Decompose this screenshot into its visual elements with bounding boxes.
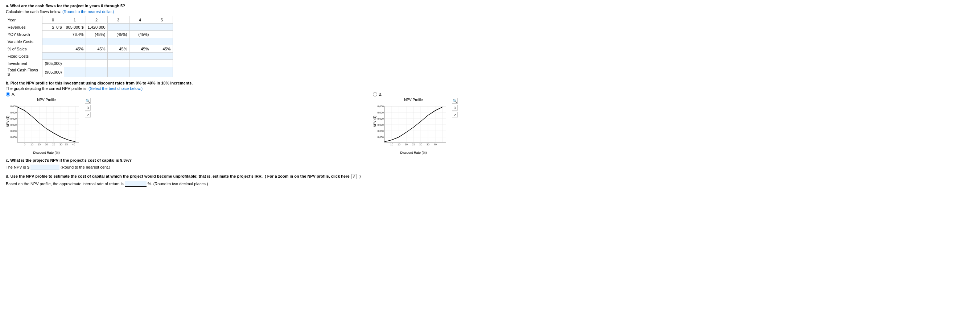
yoy-y2: (45%)	[86, 31, 107, 38]
revenues-y3-input[interactable]	[110, 25, 127, 30]
radio-option-b[interactable]	[373, 92, 377, 96]
row-label-pct-sales: % of Sales	[6, 45, 42, 53]
investment-y3	[107, 60, 129, 67]
svg-text:-100,000: -100,000	[10, 130, 17, 132]
var-costs-y2-input[interactable]	[88, 39, 105, 44]
svg-text:40: 40	[434, 143, 437, 146]
svg-text:-100,000: -100,000	[377, 130, 384, 132]
svg-text:20: 20	[45, 143, 48, 146]
row-label-yoy: YOY Growth	[6, 31, 42, 38]
svg-text:100,000: 100,000	[377, 124, 384, 126]
chart-option-b: B. NPV ($) NPV Profile	[373, 92, 450, 154]
chart-b-wrap: NPV ($) NPV Profile	[373, 98, 450, 154]
chart-b-icons: 🔍 ⊖ ⤢	[452, 98, 458, 118]
radio-option-a[interactable]	[6, 92, 10, 96]
d-link-paren-open: (	[264, 174, 266, 178]
total-y1-input[interactable]	[66, 70, 84, 75]
option-a-text[interactable]: A.	[12, 92, 15, 96]
yoy-y1: 76.4%	[64, 31, 86, 38]
fixed-costs-y4-input[interactable]	[131, 54, 149, 59]
col-3: 3	[107, 16, 129, 24]
total-y5-input[interactable]	[153, 70, 171, 75]
d-link-paren-close: )	[358, 174, 361, 178]
var-costs-y0-input[interactable]	[44, 39, 62, 44]
var-costs-y1-input[interactable]	[66, 39, 84, 44]
c-round-note: (Round to the nearest cent.)	[60, 165, 110, 169]
b-instruction-text: The graph depicting the correct NPV prof…	[6, 86, 88, 91]
total-y4-input[interactable]	[131, 70, 149, 75]
fixed-costs-y0-input[interactable]	[44, 54, 62, 59]
var-costs-y4-input[interactable]	[131, 39, 149, 44]
question-d-label: d. Use the NPV profile to estimate the c…	[6, 174, 974, 179]
svg-text:300,000: 300,000	[10, 118, 17, 120]
svg-text:30: 30	[419, 143, 422, 146]
d-round-note: %. (Round to two decimal places.)	[148, 181, 208, 186]
question-d-answer-line: Based on the NPV profile, the approximat…	[6, 181, 974, 188]
revenues-y4-input[interactable]	[131, 25, 149, 30]
table-row: Investment (905,000)	[6, 60, 173, 67]
chart-b-xaxis-label: Discount Rate (%)	[377, 151, 450, 154]
table-row: YOY Growth 76.4% (45%) (45%) (45%)	[6, 31, 173, 38]
chart-a-icons: 🔍 ⊖ ⤢	[85, 98, 91, 118]
option-b-label[interactable]: B.	[373, 92, 382, 96]
charts-row: A. NPV ($) NPV Profile	[6, 92, 974, 154]
svg-text:20: 20	[405, 143, 408, 146]
pct-sales-y2: 45%	[86, 45, 107, 53]
chart-b-zoomout-icon[interactable]: ⊖	[452, 105, 458, 111]
option-b-text[interactable]: B.	[379, 92, 382, 96]
chart-a-expand-icon[interactable]: ⤢	[85, 111, 91, 118]
total-y3-input[interactable]	[110, 70, 127, 75]
fixed-costs-y1-input[interactable]	[66, 54, 84, 59]
fixed-costs-y5-input[interactable]	[153, 54, 171, 59]
irr-input[interactable]	[125, 181, 146, 187]
c-instruction-text: The NPV is $	[6, 165, 29, 169]
investment-y1	[64, 60, 86, 67]
revenues-y3-cell[interactable]	[107, 24, 129, 31]
chart-a-zoom-icon[interactable]: 🔍	[85, 98, 91, 104]
calc-instruction: Calculate the cash flows below.	[6, 10, 61, 14]
section-d: d. Use the NPV profile to estimate the c…	[6, 174, 974, 188]
svg-text:500,000: 500,000	[10, 111, 17, 114]
chart-b-zoom-icon[interactable]: 🔍	[452, 98, 458, 104]
col-5: 5	[151, 16, 173, 24]
pct-sales-y4: 45%	[129, 45, 151, 53]
table-row-total: Total Cash Flows $ (905,000)	[6, 67, 173, 77]
var-costs-y5-input[interactable]	[153, 39, 171, 44]
svg-text:25: 25	[412, 143, 415, 146]
fixed-costs-y2-input[interactable]	[88, 54, 105, 59]
round-note-a: (Round to the nearest dollar.)	[62, 10, 114, 14]
svg-text:-300,000: -300,000	[10, 136, 17, 138]
revenues-y5-input[interactable]	[153, 25, 171, 30]
chart-b-area: NPV Profile	[377, 98, 450, 154]
revenues-y4-cell[interactable]	[129, 24, 151, 31]
yoy-y0	[42, 31, 64, 38]
d-label-text: d. Use the NPV profile to estimate the c…	[6, 174, 262, 178]
d-zoom-link-icon[interactable]: ⤢	[352, 174, 356, 179]
chart-b-title: NPV Profile	[377, 98, 450, 102]
npv-input[interactable]	[30, 165, 59, 170]
pct-sales-y0	[42, 45, 64, 53]
yoy-y3: (45%)	[107, 31, 129, 38]
chart-b-yaxis-label: NPV ($)	[373, 98, 377, 145]
revenues-y2: 1,420,000	[86, 24, 107, 31]
svg-text:500,000: 500,000	[377, 111, 384, 114]
svg-text:15: 15	[38, 143, 41, 146]
chart-a-area: NPV Profile	[10, 98, 83, 154]
col-0: 0	[42, 16, 64, 24]
svg-text:700,000: 700,000	[10, 105, 17, 108]
table-row: Variable Costs	[6, 38, 173, 45]
svg-text:25: 25	[52, 143, 55, 146]
chart-a-xaxis-label: Discount Rate (%)	[10, 151, 83, 154]
chart-a-zoomout-icon[interactable]: ⊖	[85, 105, 91, 111]
col-2: 2	[86, 16, 107, 24]
fixed-costs-y3-input[interactable]	[110, 54, 127, 59]
chart-b-expand-icon[interactable]: ⤢	[452, 111, 458, 118]
var-costs-y3-input[interactable]	[110, 39, 127, 44]
svg-text:15: 15	[398, 143, 401, 146]
b-select-note: (Select the best choice below.)	[89, 86, 143, 91]
svg-text:5: 5	[24, 143, 25, 146]
total-y2-input[interactable]	[88, 70, 105, 75]
option-a-label[interactable]: A.	[6, 92, 15, 96]
svg-text:10: 10	[390, 143, 393, 146]
revenues-y5-cell[interactable]	[151, 24, 173, 31]
